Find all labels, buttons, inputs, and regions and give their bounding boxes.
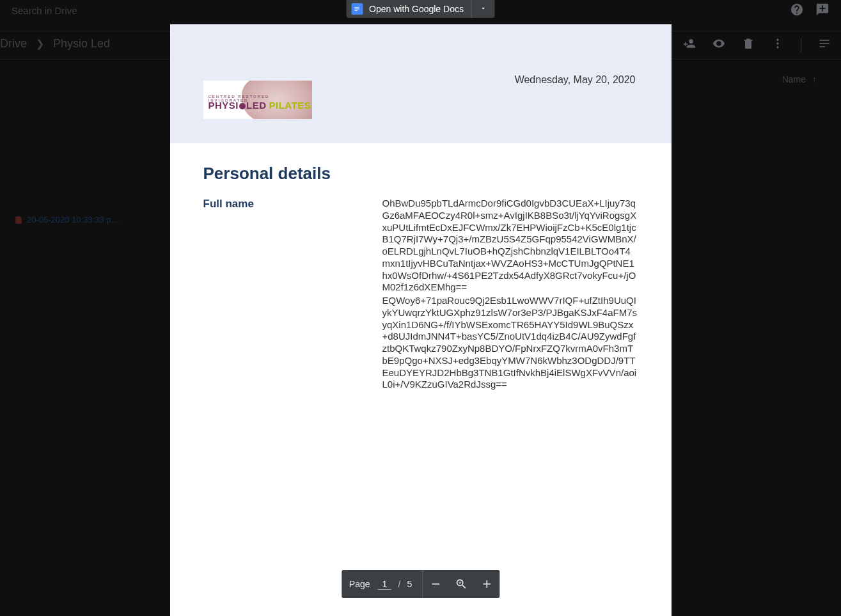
action-icons	[654, 37, 831, 52]
open-with-bar: Open with Google Docs	[346, 0, 495, 18]
help-icon[interactable]	[790, 3, 804, 19]
svg-point-0	[776, 39, 778, 41]
zoom-fit-button[interactable]	[448, 570, 474, 598]
breadcrumb-folder: Physio Led	[53, 37, 110, 51]
page-sep: /	[392, 579, 407, 589]
logo-wordmark: PHYSILEDPILATES	[208, 100, 311, 111]
open-with-button[interactable]: Open with Google Docs	[346, 0, 471, 18]
field-value-line: EQWoy6+71paRouc9Qj2Esb1LwoWWV7rIQF+ufZtI…	[382, 295, 638, 391]
page-total: 5	[407, 579, 422, 589]
details-pane-icon[interactable]	[818, 37, 831, 52]
page-current-input[interactable]	[378, 579, 392, 590]
file-name: 20-05-2020 10:33:33.p…	[27, 215, 120, 225]
breadcrumb: Drive ❯ Physio Led	[0, 37, 110, 51]
more-icon[interactable]	[771, 37, 784, 52]
chevron-right-icon: ❯	[36, 38, 44, 50]
top-right-icons	[790, 3, 829, 19]
field-row: Full name OhBwDu95pbTLdArmcDor9fiCGd0Igv…	[203, 198, 638, 392]
document-page: Wednesday, May 20, 2020 CENTRED RESTORED…	[170, 24, 672, 616]
eye-icon[interactable]	[712, 37, 725, 52]
column-name-label: Name	[782, 74, 806, 84]
section-title: Personal details	[203, 164, 638, 184]
svg-point-1	[776, 42, 778, 44]
page-navigator: Page / 5	[342, 570, 499, 598]
person-add-icon[interactable]	[683, 37, 696, 52]
logo: CENTRED RESTORED INVIGORATED PHYSILEDPIL…	[203, 81, 312, 119]
open-with-dropdown[interactable]	[472, 3, 495, 15]
svg-point-2	[776, 46, 778, 48]
doc-date: Wednesday, May 20, 2020	[515, 74, 636, 86]
add-comment-icon[interactable]	[815, 3, 829, 19]
page-label: Page	[342, 579, 378, 589]
doc-header: Wednesday, May 20, 2020 CENTRED RESTORED…	[170, 24, 672, 143]
breadcrumb-root: Drive	[0, 37, 27, 51]
docs-icon	[351, 3, 363, 15]
caret-down-icon	[480, 4, 487, 12]
field-label: Full name	[203, 198, 357, 392]
logo-dot-icon	[239, 103, 246, 109]
doc-body: Personal details Full name OhBwDu95pbTLd…	[170, 143, 672, 413]
field-value: OhBwDu95pbTLdArmcDor9fiCGd0IgvbD3CUEaX+L…	[382, 198, 638, 392]
trash-icon[interactable]	[742, 37, 755, 52]
zoom-in-button[interactable]	[474, 570, 499, 598]
divider	[801, 38, 801, 52]
arrow-up-icon: ↑	[812, 74, 817, 84]
file-entry: 20-05-2020 10:33:33.p…	[14, 215, 120, 225]
field-value-line: OhBwDu95pbTLdArmcDor9fiCGd0IgvbD3CUEaX+L…	[382, 198, 638, 294]
column-header-name: Name ↑	[782, 74, 817, 84]
open-with-label: Open with Google Docs	[369, 4, 464, 14]
zoom-out-button[interactable]	[423, 570, 448, 598]
search-placeholder: Search in Drive	[12, 5, 77, 16]
